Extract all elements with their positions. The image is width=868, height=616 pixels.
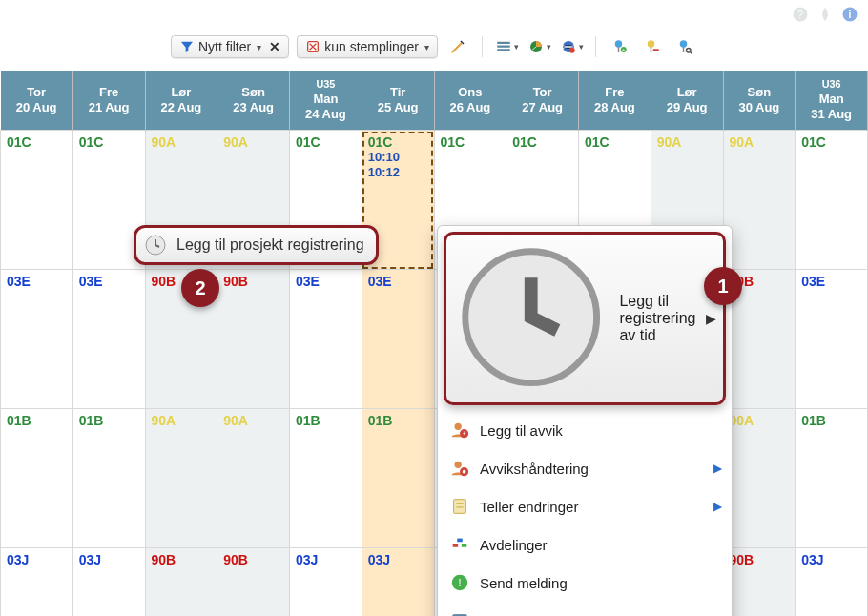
- shift-code: 01C: [796, 131, 867, 150]
- shift-code: 03E: [1, 270, 72, 289]
- calendar-cell[interactable]: 03J: [362, 548, 434, 616]
- menu-item-label: Avdelinger: [480, 537, 548, 553]
- svg-point-15: [648, 40, 655, 48]
- calendar-cell[interactable]: 90A: [723, 131, 796, 270]
- callout-badge-2: 2: [181, 269, 219, 307]
- pin-add-button[interactable]: +: [608, 34, 632, 59]
- calendar-cell[interactable]: 90B: [217, 270, 290, 409]
- edit-button[interactable]: [445, 34, 470, 59]
- info-icon[interactable]: i: [841, 6, 858, 23]
- calendar-cell[interactable]: 90B: [217, 548, 290, 616]
- svg-text:?: ?: [797, 9, 803, 20]
- calendar-cell[interactable]: 01B: [362, 409, 434, 548]
- svg-rect-31: [462, 544, 467, 548]
- clear-filter-button[interactable]: ✕: [269, 39, 280, 54]
- dept-icon: [449, 534, 470, 555]
- menu-item-label: Legg til registrering av tid: [619, 293, 713, 344]
- day-header: Ons26 Aug: [434, 71, 506, 131]
- calendar-grid: Tor20 AugFre21 AugLør22 AugSøn23 AugU35M…: [0, 71, 868, 616]
- shift-code: 03J: [796, 548, 867, 567]
- stamp-icon: [305, 39, 320, 54]
- filter-dropdown[interactable]: Nytt filter ▾ ✕: [171, 35, 289, 58]
- shift-code: 01C: [435, 131, 506, 150]
- calendar-cell[interactable]: 01B: [796, 409, 868, 548]
- calendar-cell[interactable]: 03E: [290, 270, 362, 409]
- menu-item[interactable]: Avvikshåndtering▶: [438, 449, 732, 487]
- menu-item-label: Send melding: [480, 575, 568, 591]
- calendar-cell[interactable]: 03E: [72, 270, 145, 409]
- calendar-cell[interactable]: 90B: [723, 548, 796, 616]
- svg-text:+: +: [622, 47, 626, 52]
- chevron-right-icon: ▶: [713, 462, 722, 475]
- shift-code: 03E: [290, 270, 362, 289]
- calendar-cell[interactable]: 03E: [362, 270, 434, 409]
- menu-item-label: Teller endringer: [480, 499, 578, 515]
- menu-item[interactable]: !Send melding: [438, 564, 732, 602]
- shift-code: 01B: [1, 409, 72, 428]
- menu-item-label: Legg til avvik: [480, 422, 563, 439]
- calendar-cell[interactable]: 03J: [1, 548, 73, 616]
- calendar-cell[interactable]: 01C: [796, 131, 868, 270]
- menu-item[interactable]: +Legg til avvik: [438, 411, 732, 449]
- calendar-cell[interactable]: 90A: [723, 409, 796, 548]
- calendar-cell[interactable]: 01B: [290, 409, 362, 548]
- view-menu[interactable]: [494, 34, 519, 59]
- svg-rect-30: [453, 544, 459, 548]
- separator: [595, 36, 596, 57]
- calendar-cell[interactable]: 01B: [72, 409, 145, 548]
- calendar-cell[interactable]: 03J: [72, 548, 145, 616]
- shift-code: 90A: [146, 409, 217, 428]
- day-header: Fre28 Aug: [579, 71, 651, 131]
- menu-item[interactable]: Avdelinger: [438, 525, 732, 564]
- svg-rect-6: [497, 46, 510, 48]
- stamp-dropdown[interactable]: kun stemplinger ▾: [297, 35, 438, 58]
- calendar-cell[interactable]: 03J: [290, 548, 362, 616]
- calendar-cell[interactable]: 90A: [217, 409, 290, 548]
- chevron-right-icon: ▶: [713, 500, 722, 513]
- help-icon[interactable]: ?: [792, 6, 809, 23]
- chart-menu[interactable]: [527, 34, 551, 59]
- timestamp: 10:10: [362, 150, 434, 165]
- chevron-right-icon: ▶: [706, 311, 716, 326]
- pin-icon[interactable]: [816, 6, 834, 23]
- calendar-cell[interactable]: 03E: [1, 270, 73, 409]
- callout-badge-1: 1: [704, 267, 742, 305]
- menu-item-label: Avvikshåndtering: [480, 461, 589, 477]
- calendar-cell[interactable]: 01B: [1, 409, 73, 548]
- shift-code: 01B: [73, 409, 145, 428]
- svg-rect-7: [497, 49, 510, 51]
- shift-code: 90B: [217, 270, 289, 289]
- pin-remove-button[interactable]: [640, 34, 665, 59]
- day-header: Tor20 Aug: [1, 71, 73, 131]
- globe-menu[interactable]: [559, 34, 584, 59]
- day-header: Søn23 Aug: [217, 71, 290, 131]
- submenu-item[interactable]: Legg til prosjekt registrering: [134, 225, 379, 265]
- context-menu: Legg til registrering av tid ▶ +Legg til…: [437, 225, 733, 616]
- shift-code: 90A: [724, 409, 796, 428]
- calendar-cell[interactable]: 90B: [145, 548, 217, 616]
- menu-item-add-time[interactable]: Legg til registrering av tid ▶: [444, 232, 726, 405]
- menu-item[interactable]: Legg til notat: [438, 602, 732, 616]
- pin-find-button[interactable]: [672, 34, 697, 59]
- shift-code: 90B: [146, 548, 217, 567]
- shift-code: 90A: [651, 131, 723, 150]
- calendar-cell[interactable]: 90A: [145, 409, 217, 548]
- day-header: Tor27 Aug: [506, 71, 579, 131]
- svg-point-18: [680, 40, 688, 48]
- calendar-cell[interactable]: 03J: [796, 548, 868, 616]
- menu-item[interactable]: Teller endringer▶: [438, 487, 732, 525]
- svg-rect-19: [683, 47, 685, 52]
- shift-code: 03J: [1, 548, 72, 567]
- shift-code: 01B: [796, 409, 867, 428]
- day-header: Lør29 Aug: [651, 71, 723, 131]
- filter-label: Nytt filter: [198, 39, 251, 54]
- calendar-cell[interactable]: 03E: [796, 270, 868, 409]
- svg-point-28: [463, 470, 466, 474]
- submenu-project-registration: Legg til prosjekt registrering: [134, 225, 379, 265]
- svg-point-26: [455, 462, 462, 468]
- shift-code: 90B: [217, 548, 289, 567]
- shift-code: 03J: [290, 548, 362, 567]
- calendar-cell[interactable]: 01C: [1, 131, 73, 270]
- svg-point-11: [615, 40, 623, 48]
- shift-code: 01C: [290, 131, 362, 150]
